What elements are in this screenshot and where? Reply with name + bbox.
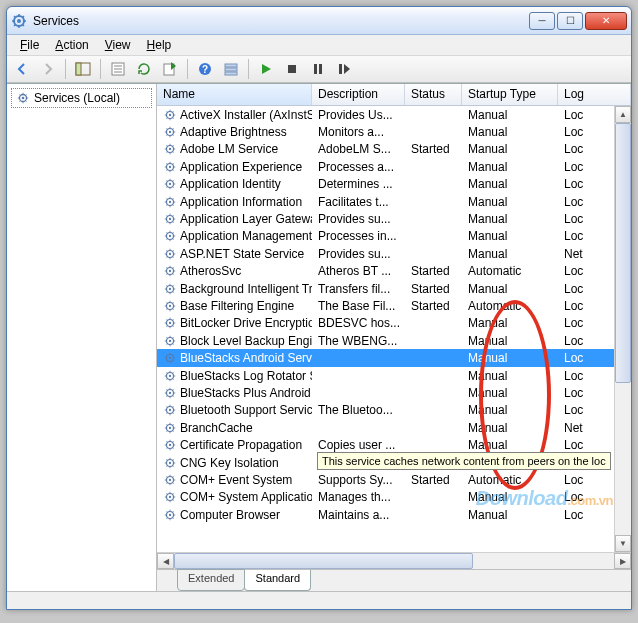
gear-icon bbox=[16, 91, 30, 105]
toolbar-separator bbox=[65, 59, 66, 79]
show-hide-console-tree-icon[interactable] bbox=[72, 58, 94, 80]
svg-rect-15 bbox=[314, 64, 317, 74]
scroll-up-button[interactable]: ▲ bbox=[615, 106, 631, 123]
menu-action[interactable]: Action bbox=[48, 37, 95, 53]
svg-rect-3 bbox=[76, 63, 81, 75]
column-status[interactable]: Status bbox=[405, 84, 462, 105]
minimize-button[interactable]: ─ bbox=[529, 12, 555, 30]
service-row[interactable]: ASP.NET State ServiceProvides su...Manua… bbox=[157, 245, 631, 262]
watermark: Download.com.vn bbox=[476, 487, 613, 510]
service-row[interactable]: Block Level Backup Engine Ser...The WBEN… bbox=[157, 332, 631, 349]
service-row[interactable]: COM+ Event SystemSupports Sy...StartedAu… bbox=[157, 471, 631, 488]
column-logon[interactable]: Log bbox=[558, 84, 631, 105]
svg-point-37 bbox=[169, 253, 171, 255]
start-service-icon[interactable] bbox=[255, 58, 277, 80]
svg-point-47 bbox=[169, 340, 171, 342]
svg-rect-17 bbox=[339, 64, 342, 74]
svg-rect-11 bbox=[225, 64, 237, 67]
service-row[interactable]: Application IdentityDetermines ...Manual… bbox=[157, 176, 631, 193]
service-row[interactable]: Application InformationFacilitates t...M… bbox=[157, 193, 631, 210]
svg-point-23 bbox=[169, 131, 171, 133]
svg-point-59 bbox=[169, 444, 171, 446]
window-buttons: ─ ☐ ✕ bbox=[529, 12, 627, 30]
menu-help[interactable]: Help bbox=[140, 37, 179, 53]
service-row[interactable]: Application ManagementProcesses in...Man… bbox=[157, 228, 631, 245]
svg-point-29 bbox=[169, 183, 171, 185]
workspace: Services (Local) Name Description Status… bbox=[7, 83, 631, 591]
back-button[interactable] bbox=[11, 58, 33, 80]
horizontal-scrollbar[interactable]: ◀ ▶ bbox=[157, 552, 631, 569]
service-row[interactable]: BlueStacks Android ServiceManualLoc bbox=[157, 349, 631, 366]
tab-standard[interactable]: Standard bbox=[244, 570, 311, 591]
svg-rect-12 bbox=[225, 68, 237, 71]
service-row[interactable]: AtherosSvcAtheros BT ...StartedAutomatic… bbox=[157, 263, 631, 280]
svg-point-31 bbox=[169, 201, 171, 203]
service-row[interactable]: BlueStacks Plus Android Servi...ManualLo… bbox=[157, 384, 631, 401]
svg-rect-14 bbox=[288, 65, 296, 73]
service-row[interactable]: Bluetooth Support ServiceThe Bluetoo...M… bbox=[157, 402, 631, 419]
svg-point-1 bbox=[17, 19, 21, 23]
svg-point-67 bbox=[169, 514, 171, 516]
restart-service-icon[interactable] bbox=[333, 58, 355, 80]
tree-root-services-local[interactable]: Services (Local) bbox=[11, 88, 152, 108]
service-row[interactable]: Application ExperienceProcesses a...Manu… bbox=[157, 158, 631, 175]
scroll-right-button[interactable]: ▶ bbox=[614, 553, 631, 569]
column-name[interactable]: Name bbox=[157, 84, 312, 105]
svg-point-19 bbox=[22, 97, 25, 100]
column-startup-type[interactable]: Startup Type bbox=[462, 84, 558, 105]
toolbar-separator bbox=[187, 59, 188, 79]
stop-service-icon[interactable] bbox=[281, 58, 303, 80]
svg-point-53 bbox=[169, 392, 171, 394]
svg-point-27 bbox=[169, 166, 171, 168]
menubar: File Action View Help bbox=[7, 35, 631, 55]
svg-point-65 bbox=[169, 496, 171, 498]
svg-rect-13 bbox=[225, 72, 237, 75]
svg-point-57 bbox=[169, 427, 171, 429]
filter-icon[interactable] bbox=[220, 58, 242, 80]
console-tree[interactable]: Services (Local) bbox=[7, 84, 157, 591]
menu-file[interactable]: File bbox=[13, 37, 46, 53]
svg-text:?: ? bbox=[202, 64, 208, 75]
svg-point-45 bbox=[169, 322, 171, 324]
service-row[interactable]: Background Intelligent Transf...Transfer… bbox=[157, 280, 631, 297]
service-row[interactable]: Base Filtering EngineThe Base Fil...Star… bbox=[157, 297, 631, 314]
svg-point-51 bbox=[169, 374, 171, 376]
svg-point-55 bbox=[169, 409, 171, 411]
column-description[interactable]: Description bbox=[312, 84, 405, 105]
svg-point-21 bbox=[169, 114, 171, 116]
forward-button[interactable] bbox=[37, 58, 59, 80]
tab-extended[interactable]: Extended bbox=[177, 569, 245, 591]
service-row[interactable]: BlueStacks Log Rotator ServiceManualLoc bbox=[157, 367, 631, 384]
list-header: Name Description Status Startup Type Log bbox=[157, 84, 631, 106]
svg-point-25 bbox=[169, 148, 171, 150]
service-row[interactable]: BranchCacheManualNet bbox=[157, 419, 631, 436]
service-row[interactable]: ActiveX Installer (AxInstSV)Provides Us.… bbox=[157, 106, 631, 123]
service-row[interactable]: BitLocker Drive Encryption Ser...BDESVC … bbox=[157, 315, 631, 332]
scroll-left-button[interactable]: ◀ bbox=[157, 553, 174, 569]
maximize-button[interactable]: ☐ bbox=[557, 12, 583, 30]
services-app-icon bbox=[11, 13, 27, 29]
service-row[interactable]: Application Layer Gateway Ser...Provides… bbox=[157, 210, 631, 227]
menu-view[interactable]: View bbox=[98, 37, 138, 53]
tree-root-label: Services (Local) bbox=[34, 91, 120, 105]
service-row[interactable]: Adobe LM ServiceAdobeLM S...StartedManua… bbox=[157, 141, 631, 158]
export-list-icon[interactable] bbox=[159, 58, 181, 80]
scroll-thumb[interactable] bbox=[615, 123, 631, 383]
svg-point-35 bbox=[169, 235, 171, 237]
close-button[interactable]: ✕ bbox=[585, 12, 627, 30]
scroll-thumb-h[interactable] bbox=[174, 553, 473, 569]
refresh-icon[interactable] bbox=[133, 58, 155, 80]
titlebar[interactable]: Services ─ ☐ ✕ bbox=[7, 7, 631, 35]
statusbar bbox=[7, 591, 631, 609]
toolbar: ? bbox=[7, 55, 631, 83]
toolbar-separator bbox=[100, 59, 101, 79]
service-row[interactable]: Adaptive BrightnessMonitors a...ManualLo… bbox=[157, 123, 631, 140]
pause-service-icon[interactable] bbox=[307, 58, 329, 80]
help-icon[interactable]: ? bbox=[194, 58, 216, 80]
scroll-down-button[interactable]: ▼ bbox=[615, 535, 631, 552]
svg-point-33 bbox=[169, 218, 171, 220]
svg-point-49 bbox=[169, 357, 171, 359]
services-list[interactable]: ActiveX Installer (AxInstSV)Provides Us.… bbox=[157, 106, 631, 552]
properties-icon[interactable] bbox=[107, 58, 129, 80]
vertical-scrollbar[interactable]: ▲ ▼ bbox=[614, 106, 631, 552]
